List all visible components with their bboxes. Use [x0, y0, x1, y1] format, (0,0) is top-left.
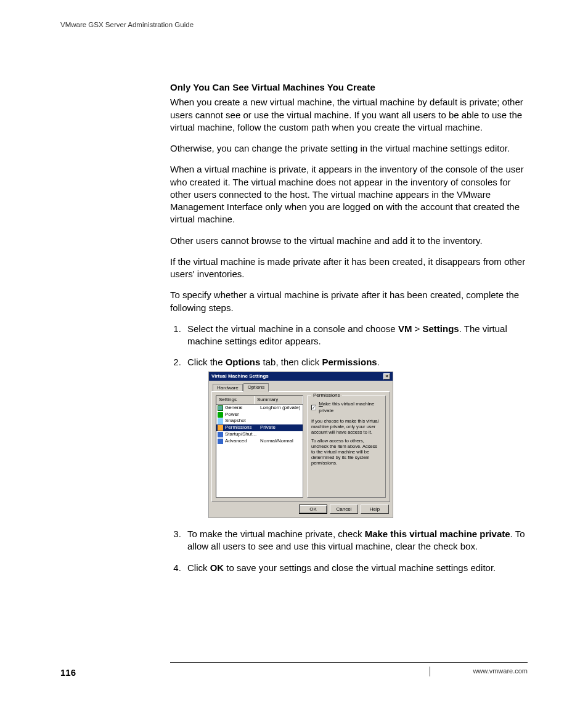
vm-settings-dialog: Virtual Machine Settings × Hardware Opti… — [208, 371, 393, 519]
hint-text: To allow access to others, uncheck the i… — [311, 438, 382, 466]
dialog-title: Virtual Machine Settings — [211, 373, 269, 380]
help-button[interactable]: Help — [361, 505, 389, 514]
list-item[interactable]: GeneralLonghorn (private) — [216, 405, 303, 412]
steps-list: Select the virtual machine in a console … — [184, 323, 528, 574]
paragraph: Otherwise, you can change the private se… — [170, 142, 528, 155]
column-header-summary: Summary — [255, 396, 303, 404]
paragraph: To specify whether a virtual machine is … — [170, 289, 528, 314]
paragraph: If the virtual machine is made private a… — [170, 256, 528, 281]
general-icon — [218, 405, 223, 411]
snapshot-icon — [218, 418, 223, 424]
power-icon — [218, 412, 223, 418]
checkbox-label: Make this virtual machine private — [319, 401, 382, 415]
column-header-settings: Settings — [216, 396, 255, 404]
startup-icon — [218, 432, 223, 437]
paragraph: When a virtual machine is private, it ap… — [170, 163, 528, 225]
close-icon[interactable]: × — [383, 373, 390, 379]
step-4: Click OK to save your settings and close… — [184, 562, 528, 574]
permissions-group: Permissions ✓ Make this virtual machine … — [307, 396, 386, 498]
cancel-button[interactable]: Cancel — [330, 505, 358, 514]
step-1: Select the virtual machine in a console … — [184, 323, 528, 348]
ok-button[interactable]: OK — [299, 505, 327, 514]
group-label: Permissions — [311, 392, 342, 399]
list-item[interactable]: Power — [216, 412, 303, 418]
hint-text: If you choose to make this virtual machi… — [311, 418, 382, 435]
running-header: VMware GSX Server Administration Guide — [60, 21, 194, 28]
list-item[interactable]: Startup/Shut... — [216, 431, 303, 438]
main-content: Only You Can See Virtual Machines You Cr… — [170, 81, 528, 583]
step-3: To make the virtual machine private, che… — [184, 528, 528, 553]
settings-list[interactable]: Settings Summary GeneralLonghorn (privat… — [216, 396, 303, 498]
advanced-icon — [218, 439, 223, 444]
list-item[interactable]: PermissionsPrivate — [216, 424, 303, 431]
page-number: 116 — [60, 667, 76, 678]
page-footer: 116 www.vmware.com — [60, 667, 528, 678]
tab-options[interactable]: Options — [243, 383, 269, 392]
make-private-checkbox[interactable]: ✓ — [311, 405, 316, 410]
footer-url: www.vmware.com — [473, 667, 528, 675]
dialog-titlebar: Virtual Machine Settings × — [209, 372, 393, 381]
step-2: Click the Options tab, then click Permis… — [184, 356, 528, 518]
paragraph: Other users cannot browse to the virtual… — [170, 235, 528, 247]
paragraph: When you create a new virtual machine, t… — [170, 96, 528, 134]
section-heading: Only You Can See Virtual Machines You Cr… — [170, 81, 528, 94]
permissions-icon — [218, 425, 223, 431]
list-item[interactable]: Snapshot — [216, 418, 303, 424]
list-item[interactable]: AdvancedNormal/Normal — [216, 438, 303, 445]
